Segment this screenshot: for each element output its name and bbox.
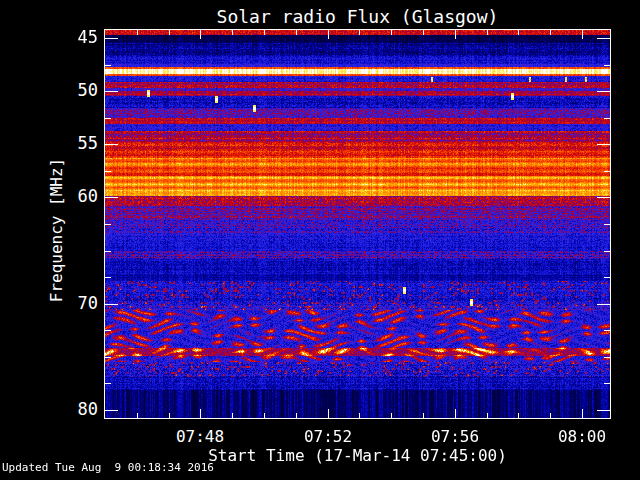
axis-tick — [487, 413, 488, 418]
y-axis-title: Frequency [MHz] — [47, 158, 66, 303]
axis-tick — [105, 38, 118, 39]
axis-tick — [169, 413, 170, 418]
x-tick-label: 07:48 — [155, 427, 245, 446]
axis-tick — [423, 413, 424, 418]
axis-tick — [455, 409, 456, 418]
spectrogram-app: Solar radio Flux (Glasgow) 455055607080 … — [0, 0, 640, 480]
axis-tick — [105, 171, 111, 172]
axis-tick — [597, 304, 610, 305]
axis-tick — [105, 224, 111, 225]
x-tick-label: 07:56 — [410, 427, 500, 446]
axis-tick — [359, 413, 360, 418]
plot-area — [104, 29, 611, 419]
axis-tick — [550, 413, 551, 418]
axis-tick — [359, 30, 360, 35]
axis-tick — [597, 38, 610, 39]
axis-tick — [169, 30, 170, 35]
y-tick-label: 50 — [58, 82, 98, 99]
axis-tick — [105, 144, 118, 145]
axis-tick — [487, 30, 488, 35]
axis-tick — [604, 330, 610, 331]
axis-tick — [105, 410, 118, 411]
y-tick-label: 55 — [58, 135, 98, 152]
axis-tick — [296, 30, 297, 35]
x-tick-label: 07:52 — [283, 427, 373, 446]
axis-tick — [518, 413, 519, 418]
page-title: Solar radio Flux (Glasgow) — [105, 6, 610, 27]
axis-tick — [105, 65, 111, 66]
axis-tick — [264, 30, 265, 35]
y-tick-label: 45 — [58, 29, 98, 46]
axis-tick — [328, 409, 329, 418]
axis-tick — [137, 413, 138, 418]
axis-tick — [604, 224, 610, 225]
y-tick-label: 80 — [58, 401, 98, 418]
axis-tick — [264, 413, 265, 418]
axis-tick — [232, 30, 233, 35]
axis-tick — [597, 197, 610, 198]
x-tick-label: 08:00 — [537, 427, 627, 446]
axis-tick — [597, 91, 610, 92]
spectrogram-canvas — [105, 30, 610, 418]
axis-tick — [597, 144, 610, 145]
axis-tick — [604, 383, 610, 384]
axis-tick — [604, 171, 610, 172]
axis-tick — [391, 30, 392, 35]
axis-tick — [582, 30, 583, 39]
axis-tick — [105, 357, 111, 358]
axis-tick — [137, 30, 138, 35]
axis-tick — [550, 30, 551, 35]
axis-tick — [200, 409, 201, 418]
axis-tick — [105, 251, 111, 252]
axis-tick — [200, 30, 201, 39]
axis-tick — [105, 91, 118, 92]
axis-tick — [604, 277, 610, 278]
update-timestamp: Updated Tue Aug 9 00:18:34 2016 — [2, 461, 214, 474]
axis-tick — [105, 118, 111, 119]
axis-tick — [232, 413, 233, 418]
axis-tick — [391, 413, 392, 418]
axis-tick — [604, 118, 610, 119]
axis-tick — [455, 30, 456, 39]
axis-tick — [423, 30, 424, 35]
axis-tick — [105, 330, 111, 331]
axis-tick — [597, 410, 610, 411]
axis-tick — [604, 357, 610, 358]
axis-tick — [604, 251, 610, 252]
axis-tick — [105, 277, 111, 278]
axis-tick — [518, 30, 519, 35]
axis-tick — [582, 409, 583, 418]
axis-tick — [105, 304, 118, 305]
axis-tick — [328, 30, 329, 39]
axis-tick — [296, 413, 297, 418]
axis-tick — [604, 65, 610, 66]
axis-tick — [105, 197, 118, 198]
axis-tick — [105, 383, 111, 384]
